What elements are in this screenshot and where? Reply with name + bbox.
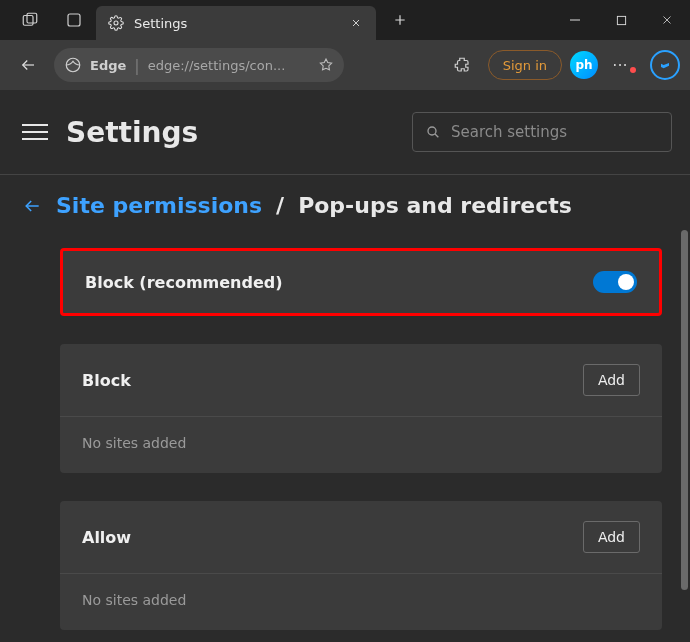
page-title: Settings: [66, 116, 198, 149]
settings-search[interactable]: [412, 112, 672, 152]
maximize-button[interactable]: [598, 0, 644, 40]
titlebar-left: Settings: [0, 0, 418, 40]
breadcrumb-back-button[interactable]: [22, 196, 42, 216]
allow-list-card: Allow Add No sites added: [60, 501, 662, 630]
block-list-card: Block Add No sites added: [60, 344, 662, 473]
signin-button[interactable]: Sign in: [488, 50, 562, 80]
settings-header: Settings: [0, 90, 690, 175]
block-toggle[interactable]: [593, 271, 637, 293]
address-bar[interactable]: Edge | edge://settings/con...: [54, 48, 344, 82]
allow-list-title: Allow: [82, 528, 583, 547]
address-prefix: Edge: [90, 58, 126, 73]
block-toggle-label: Block (recommended): [85, 273, 593, 292]
search-icon: [425, 124, 441, 140]
search-input[interactable]: [451, 123, 659, 141]
allow-add-button[interactable]: Add: [583, 521, 640, 553]
notification-dot-icon: [630, 67, 636, 73]
minimize-button[interactable]: [552, 0, 598, 40]
settings-content: Block (recommended) Block Add No sites a…: [0, 228, 690, 630]
block-list-title: Block: [82, 371, 583, 390]
toggle-knob-icon: [618, 274, 634, 290]
block-empty-text: No sites added: [82, 417, 640, 451]
favorite-icon[interactable]: [318, 57, 334, 73]
close-window-button[interactable]: [644, 0, 690, 40]
signin-label: Sign in: [503, 58, 547, 73]
gear-icon: [108, 15, 124, 31]
block-add-button[interactable]: Add: [583, 364, 640, 396]
profile-badge[interactable]: ph: [570, 51, 598, 79]
extensions-icon[interactable]: [444, 47, 480, 83]
breadcrumb: Site permissions / Pop-ups and redirects: [0, 175, 690, 228]
breadcrumb-parent-link[interactable]: Site permissions: [56, 193, 262, 218]
browser-toolbar: Edge | edge://settings/con... Sign in ph…: [0, 40, 690, 90]
allow-empty-text: No sites added: [82, 574, 640, 608]
address-separator: |: [134, 56, 139, 75]
svg-rect-4: [617, 16, 625, 24]
back-button[interactable]: [10, 47, 46, 83]
tab-title: Settings: [134, 16, 336, 31]
new-tab-button[interactable]: [382, 2, 418, 38]
svg-rect-1: [27, 13, 37, 23]
breadcrumb-current: Pop-ups and redirects: [298, 193, 572, 218]
workspaces-icon[interactable]: [8, 0, 52, 40]
window-controls: [552, 0, 690, 40]
vertical-scrollbar[interactable]: [681, 230, 688, 590]
edge-logo-icon: [64, 56, 82, 74]
block-toggle-card: Block (recommended): [60, 248, 662, 316]
tab-close-button[interactable]: [346, 13, 366, 33]
hamburger-menu-button[interactable]: [22, 124, 48, 140]
tab-actions-icon[interactable]: [52, 0, 96, 40]
svg-rect-0: [23, 16, 33, 26]
address-url: edge://settings/con...: [148, 58, 310, 73]
browser-tab[interactable]: Settings: [96, 6, 376, 40]
window-titlebar: Settings: [0, 0, 690, 40]
more-menu-button[interactable]: ···: [606, 47, 642, 83]
svg-rect-2: [68, 14, 80, 26]
svg-point-3: [114, 21, 118, 25]
breadcrumb-separator: /: [276, 193, 284, 218]
bing-chat-button[interactable]: [650, 50, 680, 80]
svg-point-6: [428, 127, 436, 135]
